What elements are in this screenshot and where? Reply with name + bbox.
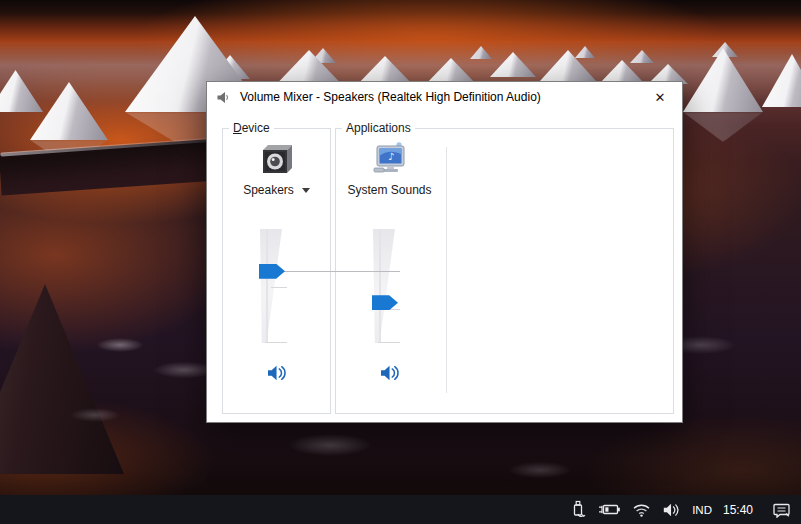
system-sounds-volume-slider[interactable] <box>336 229 443 343</box>
system-tray: IND 15:40 <box>570 500 801 519</box>
slider-tick <box>271 287 287 288</box>
device-volume-thumb[interactable] <box>259 264 285 279</box>
device-name: Speakers <box>243 183 294 197</box>
device-volume-slider[interactable] <box>223 229 330 343</box>
slider-tick <box>265 342 287 343</box>
slider-track-wedge <box>373 229 395 343</box>
action-center-icon[interactable] <box>772 501 791 518</box>
foreground-mound <box>0 284 124 474</box>
salt-ridge-highlight <box>0 137 218 156</box>
volume-icon[interactable] <box>662 502 681 518</box>
close-button[interactable]: ✕ <box>638 82 682 112</box>
chevron-down-icon[interactable] <box>302 188 310 193</box>
system-sounds-name-row: System Sounds <box>336 182 443 198</box>
salt-cone <box>490 52 536 77</box>
salt-cone <box>683 48 763 112</box>
application-name: System Sounds <box>347 183 431 197</box>
speakers-device-icon <box>259 142 295 176</box>
speaker-title-icon <box>216 90 231 105</box>
salt-cone <box>30 82 108 140</box>
speaker-volume-icon <box>379 364 401 382</box>
salt-cone <box>425 58 477 85</box>
clock[interactable]: 15:40 <box>723 503 753 517</box>
salt-cone <box>762 54 801 107</box>
speakers-device-selector[interactable]: Speakers <box>223 182 330 198</box>
slider-groove <box>266 229 268 343</box>
salt-cone <box>540 50 596 81</box>
salt-cone <box>210 55 250 79</box>
salt-cone <box>575 46 595 58</box>
salt-cone <box>0 70 43 112</box>
salt-cone <box>470 46 492 59</box>
salt-cone <box>648 64 688 84</box>
safely-remove-hardware-icon[interactable] <box>570 500 587 519</box>
device-mute-button[interactable] <box>263 362 290 383</box>
slider-groove <box>379 229 381 343</box>
slider-tick <box>378 342 400 343</box>
salt-cone-reflection <box>683 112 763 142</box>
salt-cone <box>712 42 738 57</box>
system-sounds-mute-button[interactable] <box>376 362 403 383</box>
salt-cone <box>600 60 644 83</box>
salt-cone-reflection <box>30 140 108 166</box>
window-title: Volume Mixer - Speakers (Realtek High De… <box>240 90 541 104</box>
salt-cone <box>630 50 654 63</box>
system-sounds-icon: ♪ <box>372 141 408 176</box>
svg-text:♪: ♪ <box>388 151 394 162</box>
column-separator <box>446 147 447 393</box>
volume-mixer-window: Volume Mixer - Speakers (Realtek High De… <box>207 82 682 422</box>
taskbar: IND 15:40 <box>0 495 801 524</box>
slider-track-wedge <box>260 229 282 343</box>
salt-cone <box>310 48 336 63</box>
desktop-screen: Volume Mixer - Speakers (Realtek High De… <box>0 0 801 524</box>
wifi-icon[interactable] <box>632 502 651 517</box>
battery-charging-icon[interactable] <box>598 502 621 517</box>
speaker-volume-icon <box>266 364 288 382</box>
title-bar[interactable]: Volume Mixer - Speakers (Realtek High De… <box>207 82 682 112</box>
language-indicator[interactable]: IND <box>692 504 712 516</box>
device-level-line <box>282 271 400 272</box>
salt-ridge <box>0 138 221 195</box>
